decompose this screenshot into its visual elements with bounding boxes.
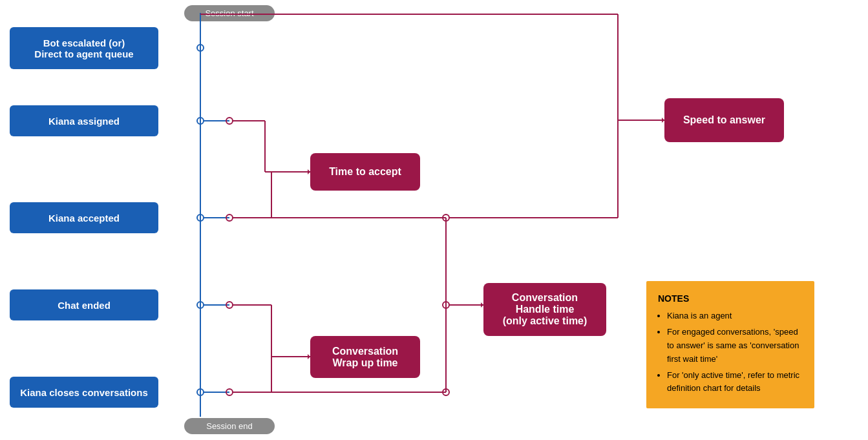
- svg-point-23: [226, 302, 233, 308]
- notes-item-1: Kiana is an agent: [667, 309, 803, 323]
- svg-point-14: [226, 215, 233, 221]
- conversation-handle-box: ConversationHandle time(only active time…: [483, 283, 606, 336]
- svg-point-38: [443, 302, 449, 308]
- notes-item-3: For 'only active time', refer to metric …: [667, 369, 803, 396]
- session-start-pill: Session start: [184, 5, 275, 21]
- svg-point-30: [226, 389, 233, 395]
- chat-ended-box: Chat ended: [10, 289, 158, 320]
- diagram-container: Session start Bot escalated (or)Direct t…: [0, 0, 868, 440]
- svg-point-28: [197, 389, 204, 395]
- notes-list: Kiana is an agent For engaged conversati…: [658, 309, 803, 395]
- svg-point-18: [443, 215, 449, 221]
- svg-point-7: [226, 118, 233, 124]
- kiana-accepted-box: Kiana accepted: [10, 202, 158, 233]
- time-to-accept-box: Time to accept: [310, 153, 420, 191]
- kiana-closes-box: Kiana closes conversations: [10, 377, 158, 408]
- conversation-wrap-box: ConversationWrap up time: [310, 336, 420, 378]
- bot-escalated-box: Bot escalated (or)Direct to agent queue: [10, 27, 158, 69]
- svg-point-34: [443, 389, 449, 395]
- notes-title: NOTES: [658, 291, 803, 306]
- svg-point-39: [197, 45, 204, 51]
- notes-item-2: For engaged conversations, 'speed to ans…: [667, 326, 803, 366]
- kiana-assigned-box: Kiana assigned: [10, 105, 158, 136]
- svg-point-12: [197, 215, 204, 221]
- notes-box: NOTES Kiana is an agent For engaged conv…: [646, 281, 814, 408]
- svg-point-5: [197, 118, 204, 124]
- session-end-pill: Session end: [184, 418, 275, 434]
- svg-point-21: [197, 302, 204, 308]
- speed-to-answer-box: Speed to answer: [664, 98, 784, 142]
